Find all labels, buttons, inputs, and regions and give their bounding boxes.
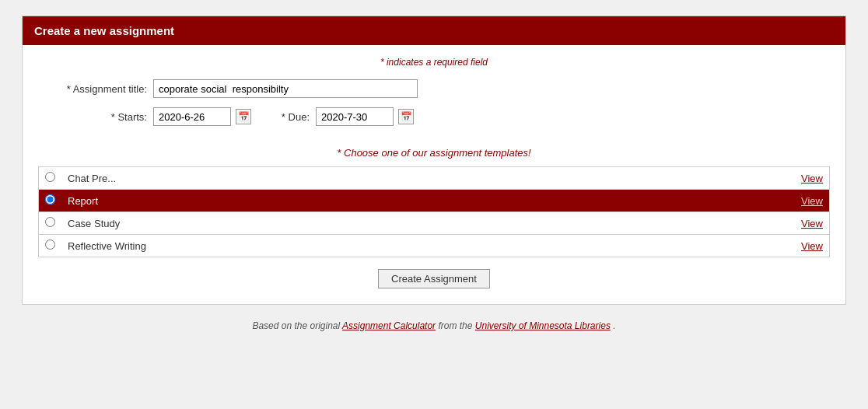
title-label: * Assignment title: bbox=[38, 83, 147, 95]
template-view-cell: View bbox=[783, 190, 830, 212]
template-view-cell: View bbox=[783, 235, 830, 257]
due-date-group: 📅 bbox=[316, 107, 414, 126]
title-row: * Assignment title: bbox=[38, 79, 830, 98]
university-libraries-link[interactable]: University of Minnesota Libraries bbox=[475, 320, 611, 331]
template-row[interactable]: Case StudyView bbox=[39, 212, 830, 235]
starts-date-group: 📅 bbox=[153, 107, 251, 126]
form-header: Create a new assignment bbox=[23, 16, 845, 45]
template-radio-chat-pre[interactable] bbox=[45, 172, 55, 182]
main-container: Create a new assignment * indicates a re… bbox=[22, 16, 846, 331]
template-radio-cell bbox=[39, 235, 62, 257]
form-body: * indicates a required field * Assignmen… bbox=[23, 45, 845, 304]
template-view-link-chat-pre[interactable]: View bbox=[801, 173, 823, 184]
template-radio-cell bbox=[39, 190, 62, 212]
template-radio-case-study[interactable] bbox=[45, 217, 55, 227]
template-row[interactable]: Reflective WritingView bbox=[39, 235, 830, 257]
template-view-link-case-study[interactable]: View bbox=[801, 218, 823, 229]
template-label: Reflective Writing bbox=[61, 235, 783, 257]
due-date-input[interactable] bbox=[316, 107, 394, 126]
starts-calendar-icon[interactable]: 📅 bbox=[236, 109, 251, 124]
required-note: * indicates a required field bbox=[38, 57, 830, 68]
footer-note: Based on the original Assignment Calcula… bbox=[22, 320, 846, 331]
assignment-title-input[interactable] bbox=[153, 79, 418, 98]
template-radio-cell bbox=[39, 167, 62, 190]
template-label: Chat Pre... bbox=[61, 167, 783, 190]
template-view-cell: View bbox=[783, 167, 830, 190]
form-title: Create a new assignment bbox=[34, 24, 174, 37]
template-label: Case Study bbox=[61, 212, 783, 235]
template-radio-cell bbox=[39, 212, 62, 235]
starts-date-input[interactable] bbox=[153, 107, 231, 126]
template-label: Report bbox=[61, 190, 783, 212]
template-view-cell: View bbox=[783, 212, 830, 235]
template-radio-report[interactable] bbox=[45, 194, 55, 204]
create-assignment-button[interactable]: Create Assignment bbox=[378, 269, 490, 288]
date-row: * Starts: 📅 * Due: 📅 bbox=[38, 107, 830, 126]
due-calendar-icon[interactable]: 📅 bbox=[398, 109, 414, 124]
template-radio-reflective-writing[interactable] bbox=[45, 239, 55, 250]
template-row[interactable]: ReportView bbox=[39, 190, 830, 212]
form-box: Create a new assignment * indicates a re… bbox=[22, 16, 846, 305]
button-row: Create Assignment bbox=[38, 269, 830, 288]
due-label: * Due: bbox=[263, 111, 310, 123]
starts-label: * Starts: bbox=[38, 111, 147, 123]
template-row[interactable]: Chat Pre...View bbox=[39, 167, 830, 190]
assignment-calculator-link[interactable]: Assignment Calculator bbox=[342, 320, 436, 331]
template-table: Chat Pre...ViewReportViewCase StudyViewR… bbox=[38, 166, 830, 257]
template-prompt: * Choose one of our assignment templates… bbox=[38, 147, 830, 159]
template-view-link-reflective-writing[interactable]: View bbox=[801, 240, 823, 252]
template-view-link-report[interactable]: View bbox=[801, 195, 823, 207]
